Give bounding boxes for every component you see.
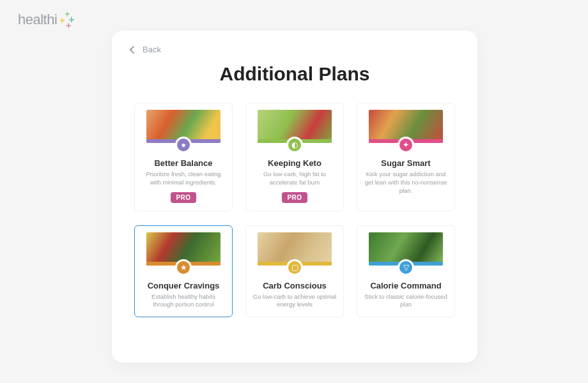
chevron-left-icon [128,45,136,54]
plan-thumbnail: ▢ [258,232,332,269]
plan-card[interactable]: ●Better BalancePrioritize fresh, clean e… [134,103,233,211]
plan-card[interactable]: ▽Calorie CommandStick to classic calorie… [357,225,455,318]
bread-icon: ▢ [286,259,303,276]
apple-icon: ● [175,137,192,153]
plan-card[interactable]: ★Conquer CravingsEstablish healthy habit… [134,225,233,318]
plan-title: Calorie Command [357,281,454,290]
lightbulb-icon: ✦ [398,137,414,153]
plan-thumbnail: ✦ [369,110,443,147]
plan-description: Establish healthy habits through portion… [141,293,226,310]
avocado-icon: ◐ [286,137,303,153]
back-label: Back [143,45,161,54]
plan-card[interactable]: ◐Keeping KetoGo low-carb, high fat to ac… [245,103,344,211]
plan-title: Conquer Cravings [135,281,232,290]
plan-title: Carb Conscious [246,281,343,290]
brand-logo: healthi ++++ [18,11,76,28]
plan-title: Keeping Keto [246,158,343,168]
star-icon: ★ [175,259,192,276]
plan-card[interactable]: ▢Carb ConsciousGo low-carb to achieve op… [245,225,344,318]
plan-description: Prioritize fresh, clean eating with mini… [141,170,226,187]
plan-description: Stick to classic calorie-focused plan [364,293,448,310]
plan-grid: ●Better BalancePrioritize fresh, clean e… [128,103,461,317]
plans-panel: Back Additional Plans ●Better BalancePri… [112,31,477,363]
page-title: Additional Plans [128,63,461,85]
pro-badge: PRO [171,192,196,203]
back-button[interactable]: Back [128,45,161,54]
plan-thumbnail: ● [146,110,220,147]
pro-badge: PRO [282,192,307,203]
plan-thumbnail: ▽ [369,232,443,269]
plan-thumbnail: ★ [146,232,220,269]
brand-plus-icon: ++++ [59,11,76,28]
plan-thumbnail: ◐ [258,110,332,147]
plan-title: Sugar Smart [357,158,454,168]
plan-description: Go low-carb to achieve optimal energy le… [252,293,337,310]
plan-description: Kick your sugar addiction and get lean w… [364,170,448,195]
brand-name: healthi [18,11,57,28]
drop-icon: ▽ [398,259,414,276]
plan-card[interactable]: ✦Sugar SmartKick your sugar addiction an… [357,103,455,211]
plan-title: Better Balance [135,158,232,168]
plan-description: Go low-carb, high fat to accelerate fat … [252,170,337,187]
